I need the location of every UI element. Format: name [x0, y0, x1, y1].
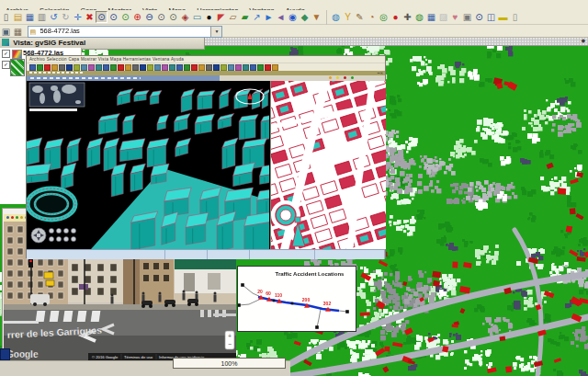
inner-tool-icon[interactable]: [66, 64, 73, 71]
inner-tool-icon[interactable]: [118, 64, 124, 71]
city-3d-view[interactable]: [27, 81, 269, 249]
street-view-zoom-control[interactable]: + −: [225, 331, 234, 349]
orientation-icon[interactable]: ◔: [366, 11, 378, 23]
inner-tool-icon[interactable]: [272, 64, 278, 71]
select-rectangle-icon[interactable]: ◄: [275, 11, 287, 23]
zoom-next-icon[interactable]: ⊙: [167, 11, 179, 23]
inner-menu-bar[interactable]: Archivo Selección Capa Mostrar Vista Map…: [27, 56, 385, 63]
inner-tool-icon[interactable]: [213, 64, 220, 71]
page-icon[interactable]: ▯: [509, 11, 521, 23]
undo-icon[interactable]: ↺: [48, 11, 60, 23]
inner-tool-icon[interactable]: [125, 64, 131, 71]
favorites-icon[interactable]: ♥: [449, 11, 461, 23]
inner-tool-icon[interactable]: [220, 64, 227, 71]
label-icon[interactable]: ▼: [311, 11, 322, 23]
inner-tool-icon[interactable]: [176, 64, 183, 71]
attribute-table-icon[interactable]: ▦: [425, 11, 437, 23]
inner-tool-icon[interactable]: [250, 64, 256, 71]
tools-icon[interactable]: ✚: [401, 11, 413, 23]
filter-icon[interactable]: Y: [342, 11, 354, 23]
inner-tool-icon[interactable]: [257, 64, 264, 71]
taskbar-icon[interactable]: [0, 348, 10, 360]
inner-tool-icon[interactable]: [88, 64, 95, 71]
inner-tool-icon[interactable]: [198, 64, 205, 71]
zoom-world-icon[interactable]: ⊙: [119, 11, 131, 23]
terms-link[interactable]: Términos de uso: [124, 355, 153, 359]
layer-combo[interactable]: ▤ 568-4772.las ▼: [28, 26, 222, 38]
split-view-icon[interactable]: ◫: [485, 11, 497, 23]
inner-tool-icon[interactable]: [154, 64, 161, 71]
inner-tool-icon[interactable]: [44, 64, 51, 71]
inner-tool-icon[interactable]: [235, 64, 242, 71]
zoom-box-icon[interactable]: ⊙: [107, 11, 119, 23]
inner-tool-icon[interactable]: [59, 64, 65, 71]
zoom-out-icon[interactable]: ⊖: [143, 11, 155, 23]
network-node: [345, 310, 349, 313]
measure-area-icon[interactable]: ▰: [239, 11, 251, 23]
sv-titlebar-icon: [16, 216, 18, 219]
inner-tool-icon[interactable]: [265, 64, 271, 71]
zoom-out-button[interactable]: −: [228, 341, 232, 348]
inner-tool-icon[interactable]: [132, 64, 139, 71]
inner-tool-icon[interactable]: [243, 64, 249, 71]
inner-tool-icon[interactable]: [191, 64, 198, 71]
scale-progress-box[interactable]: 100%: [173, 358, 286, 369]
inner-tool-icon[interactable]: [74, 64, 80, 71]
flag-icon[interactable]: ◤: [215, 11, 227, 23]
inner-tool-icon[interactable]: [103, 64, 109, 71]
inner-tool-icon[interactable]: [206, 64, 212, 71]
zoom-select-icon[interactable]: ⊙: [96, 11, 107, 23]
inner-tool-icon[interactable]: [29, 64, 36, 71]
cadastral-map-view[interactable]: [270, 81, 385, 249]
inner-tool-icon[interactable]: [37, 64, 43, 71]
inner-tool-icon[interactable]: [96, 64, 102, 71]
inner-tool-icon[interactable]: [162, 64, 168, 71]
add-layer-icon[interactable]: ◍: [413, 11, 425, 23]
save-project-icon[interactable]: ▦: [24, 11, 36, 23]
full-screen-icon[interactable]: ▭: [191, 11, 203, 23]
info-icon[interactable]: ◉: [287, 11, 299, 23]
traffic-accident-chart-window[interactable]: Traffic Accident Locations 2060110200302: [237, 266, 356, 332]
arrow-ne-icon[interactable]: ↗: [251, 11, 263, 23]
zoom-previous-icon[interactable]: ⊙: [155, 11, 167, 23]
inner-status-bar: [27, 249, 385, 259]
grid-tool-icon[interactable]: ▣: [0, 26, 12, 38]
shop-window: [208, 273, 220, 290]
zoom-in-button[interactable]: +: [228, 333, 232, 339]
annotate-icon[interactable]: ✎: [354, 11, 366, 23]
new-document-icon[interactable]: ▯: [0, 11, 12, 23]
inner-tool-icon[interactable]: [184, 64, 190, 71]
zoom-document-icon[interactable]: ⊙: [473, 11, 485, 23]
hyperlink-icon[interactable]: ◆: [299, 11, 311, 23]
clear-selection-icon[interactable]: ✖: [84, 11, 96, 23]
inner-gvsig-window[interactable]: Archivo Selección Capa Mostrar Vista Map…: [26, 55, 386, 258]
layer-checkbox[interactable]: ✓: [2, 50, 10, 58]
disabled-tool-icon[interactable]: ▨: [437, 11, 449, 23]
redo-icon[interactable]: ↻: [60, 11, 72, 23]
zoom-in-icon[interactable]: ⊕: [131, 11, 143, 23]
inner-tool-icon[interactable]: [140, 64, 146, 71]
inner-tool-icon[interactable]: [169, 64, 175, 71]
locator-icon[interactable]: ●: [203, 11, 215, 23]
select-point-icon[interactable]: ►: [263, 11, 275, 23]
globe-icon[interactable]: ◍: [330, 11, 342, 23]
status-dot: [351, 76, 354, 79]
layer-checkbox[interactable]: ✓: [2, 61, 10, 69]
export-icon[interactable]: ▥: [36, 11, 48, 23]
combo-dropdown-arrow-icon[interactable]: ▼: [210, 27, 221, 37]
open-project-icon[interactable]: ▤: [12, 11, 24, 23]
inner-tool-icon[interactable]: [51, 64, 58, 71]
table-tool-icon[interactable]: ▦: [12, 26, 24, 38]
pan-icon[interactable]: ✛: [72, 11, 84, 23]
toolbar-row1: ▯▤▦▥↺↻✛✖⊙⊙⊙⊕⊖⊙⊙◈▭●◤▱▰↗►◄◉◆▼◍Y✎◔◎●✚◍▦▨♥▣⊙…: [0, 10, 588, 25]
measure-distance-icon[interactable]: ▱: [227, 11, 239, 23]
geoprocess-icon[interactable]: ◎: [378, 11, 390, 23]
inner-tool-icon[interactable]: [228, 64, 234, 71]
inner-tool-icon[interactable]: [81, 64, 87, 71]
stop-icon[interactable]: ●: [390, 11, 401, 23]
copy-icon[interactable]: ▣: [461, 11, 473, 23]
zoom-layer-icon[interactable]: ◈: [179, 11, 191, 23]
note-icon[interactable]: ▬: [497, 11, 509, 23]
inner-tool-icon[interactable]: [147, 64, 153, 71]
inner-tool-icon[interactable]: [110, 64, 117, 71]
